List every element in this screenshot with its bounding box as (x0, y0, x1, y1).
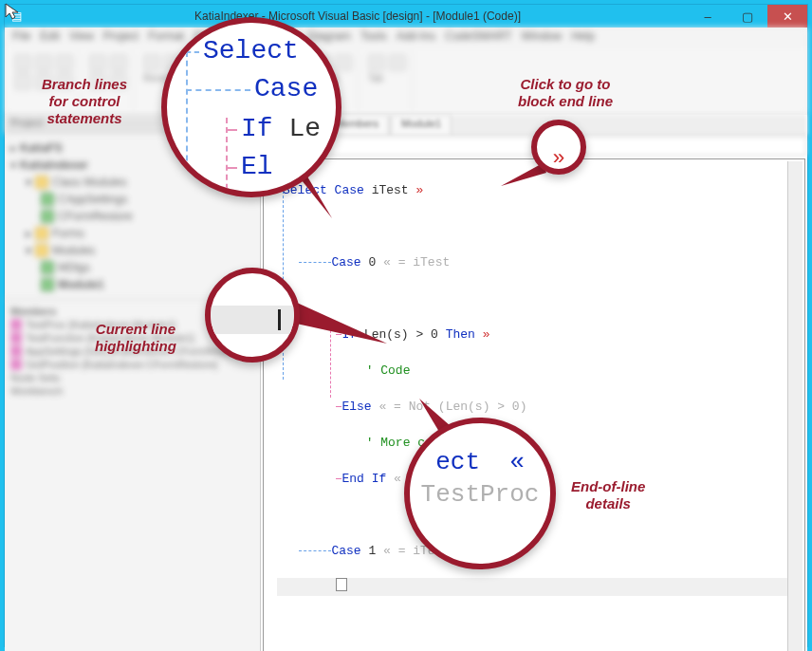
titlebar: ▤ KatiaIndexer - Microsoft Visual Basic … (5, 5, 807, 28)
close-button[interactable]: ✕ (767, 5, 807, 28)
menu-item[interactable]: Format (148, 29, 184, 46)
annotation-block-end: Click to go to block end line (518, 76, 613, 110)
magnifier-current-line (205, 268, 300, 363)
magnifier-block-end-glyph: » (531, 120, 586, 175)
menu-item[interactable]: CodeSMART (445, 29, 511, 46)
annotation-current-line: Current line highlighting (95, 321, 176, 355)
block-end-glyph[interactable]: » (415, 183, 423, 197)
magnifier-branch-lines: Select Case If Le El (161, 17, 341, 197)
magnifier-eol-details: ect «TestProc (404, 418, 556, 569)
cursor-icon (4, 2, 23, 21)
tab-active[interactable]: Module1 (391, 115, 452, 135)
menu-item[interactable]: Add-Ins (397, 29, 435, 46)
project-explorer[interactable]: Project ▸KatiaFS ▾KatiaIndexer ▾Class Mo… (5, 115, 261, 651)
menu-item[interactable]: View (69, 29, 94, 46)
minimize-button[interactable]: – (688, 5, 728, 28)
annotation-eol-details: End-of-line details (571, 478, 645, 512)
window-title: KatiaIndexer - Microsoft Visual Basic [d… (28, 9, 688, 23)
caret (336, 578, 347, 591)
menu-item[interactable]: File (12, 29, 30, 46)
maximize-button[interactable]: ▢ (728, 5, 767, 28)
menu-item[interactable]: Help (571, 29, 595, 46)
menu-item[interactable]: Tools (360, 29, 387, 46)
annotation-branch-lines: Branch lines for control statements (42, 76, 127, 127)
code-editor[interactable]: Select Case iTest » Case 0 « = iTest If … (263, 158, 805, 651)
work-area: Project ▸KatiaFS ▾KatiaIndexer ▾Class Mo… (5, 115, 807, 651)
svg-marker-2 (286, 298, 387, 344)
menu-item[interactable]: Window (522, 29, 563, 46)
block-end-glyph[interactable]: » (475, 327, 490, 342)
vertical-scrollbar[interactable] (787, 161, 803, 651)
current-line[interactable] (277, 578, 801, 596)
menu-item[interactable]: Edit (40, 29, 60, 46)
menu-item[interactable]: Project (103, 29, 138, 46)
